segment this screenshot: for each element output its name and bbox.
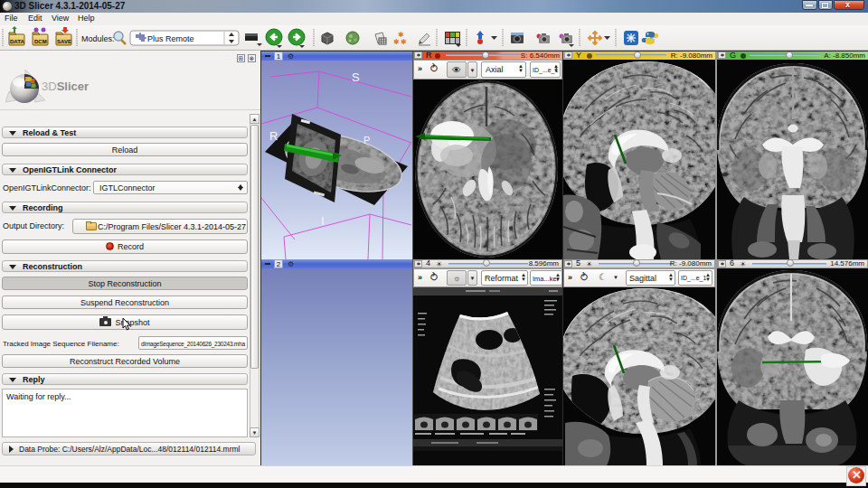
svg-text:DCM: DCM: [34, 39, 47, 44]
svg-text:✱: ✱: [393, 38, 400, 46]
svg-text:SAVE: SAVE: [57, 39, 71, 44]
svg-text:✱: ✱: [401, 38, 407, 46]
svg-text:P: P: [363, 135, 370, 145]
svg-text:I: I: [321, 214, 325, 228]
svg-text:DATA: DATA: [10, 39, 24, 44]
svg-text:R: R: [269, 129, 278, 143]
svg-text:Plus Remote: Plus Remote: [147, 34, 194, 43]
svg-text:S: S: [352, 70, 360, 84]
svg-text:Modules:: Modules:: [81, 34, 115, 43]
